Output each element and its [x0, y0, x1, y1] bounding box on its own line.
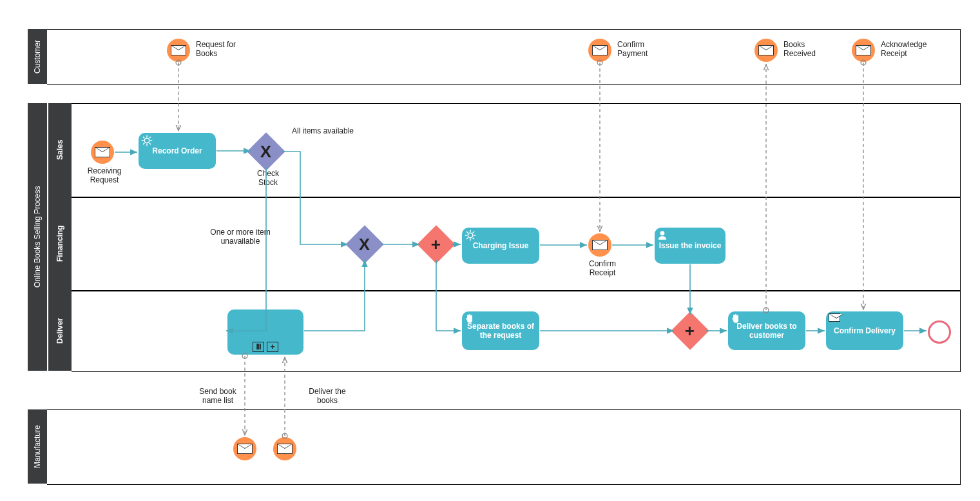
svg-line-17: [473, 231, 474, 233]
task-record-order[interactable]: Record Order: [139, 133, 216, 169]
message-event-send-list-target[interactable]: [233, 437, 256, 460]
label-all-items: All items available: [292, 126, 356, 135]
pool-header-manufacture[interactable]: Manufacture: [28, 409, 47, 484]
envelope-icon: [237, 444, 253, 454]
svg-line-7: [143, 143, 144, 144]
task-separate-books[interactable]: Separate books of the request: [462, 311, 539, 350]
subprocess-deliver[interactable]: III +: [227, 309, 303, 355]
label-receiving-request: Receiving Request: [82, 166, 127, 185]
message-event-confirm-payment[interactable]: [588, 39, 611, 62]
gear-icon: [141, 135, 153, 148]
pool-header-customer[interactable]: Customer: [28, 29, 47, 84]
label-send-list: Send book name list: [189, 387, 247, 406]
x-icon: X: [260, 142, 271, 162]
svg-point-9: [468, 233, 473, 238]
envelope-icon: [758, 45, 774, 55]
intermediate-event-confirm-receipt[interactable]: [588, 233, 611, 257]
expand-marker-icon: +: [267, 342, 278, 352]
task-label: Issue the invoice: [659, 241, 722, 250]
svg-line-6: [149, 143, 151, 144]
label-confirm-payment: Confirm Payment: [617, 40, 662, 59]
envelope-icon: [856, 45, 871, 55]
svg-line-14: [466, 231, 468, 233]
message-event-books-received[interactable]: [754, 39, 778, 62]
lane-header-sales[interactable]: Sales: [48, 103, 72, 197]
label-confirm-receipt: Confirm Receipt: [583, 259, 622, 278]
task-label: Record Order: [152, 146, 202, 155]
subprocess-markers: III +: [227, 342, 303, 352]
task-deliver-books[interactable]: Deliver books to customer: [728, 311, 805, 350]
label-request-books: Request for Books: [196, 40, 254, 59]
svg-line-8: [149, 137, 151, 138]
hand-icon: [465, 313, 475, 326]
envelope-icon: [592, 240, 608, 250]
task-label: Charging Issue: [473, 241, 529, 250]
plus-icon: +: [431, 235, 441, 255]
envelope-icon: [171, 45, 186, 55]
message-event-request-books[interactable]: [167, 39, 190, 62]
end-event[interactable]: [928, 320, 951, 344]
start-event-receiving-request[interactable]: [91, 141, 114, 164]
gear-icon: [465, 230, 476, 243]
label-unavailable: One or more item unavailable: [198, 228, 282, 246]
bpmn-diagram: Customer Online Books Selling Process Sa…: [0, 0, 980, 501]
plus-icon: +: [685, 321, 695, 341]
message-event-deliver-books-source[interactable]: [273, 437, 296, 460]
pool-header-main[interactable]: Online Books Selling Process: [28, 103, 47, 371]
svg-point-0: [144, 138, 149, 143]
svg-line-15: [473, 238, 474, 239]
message-event-ack-receipt[interactable]: [852, 39, 875, 62]
task-confirm-delivery[interactable]: Confirm Delivery: [826, 311, 903, 350]
task-issue-invoice[interactable]: Issue the invoice: [655, 228, 725, 264]
svg-line-5: [143, 137, 144, 138]
label-check-stock: Check Stock: [253, 169, 283, 188]
envelope-icon: [829, 313, 840, 322]
task-label: Confirm Delivery: [834, 326, 896, 335]
label-ack-receipt: Acknowledge Receipt: [881, 40, 942, 59]
task-label: Deliver books to customer: [731, 322, 803, 340]
svg-line-16: [466, 238, 468, 239]
hand-icon: [731, 313, 741, 326]
lane-header-deliver[interactable]: Deliver: [48, 290, 72, 371]
lane-header-financing[interactable]: Financing: [48, 197, 72, 290]
envelope-icon: [277, 444, 293, 454]
svg-point-18: [660, 231, 665, 235]
lane-manufacture: [47, 409, 961, 485]
task-charging-issue[interactable]: Charging Issue: [462, 228, 539, 264]
label-books-received: Books Received: [783, 40, 829, 59]
task-label: Separate books of the request: [465, 322, 537, 340]
label-deliver-books-msg: Deliver the books: [302, 387, 353, 406]
user-icon: [657, 230, 668, 243]
parallel-marker-icon: III: [253, 342, 264, 352]
envelope-icon: [95, 147, 110, 157]
x-icon: X: [359, 235, 370, 255]
envelope-icon: [592, 45, 608, 55]
